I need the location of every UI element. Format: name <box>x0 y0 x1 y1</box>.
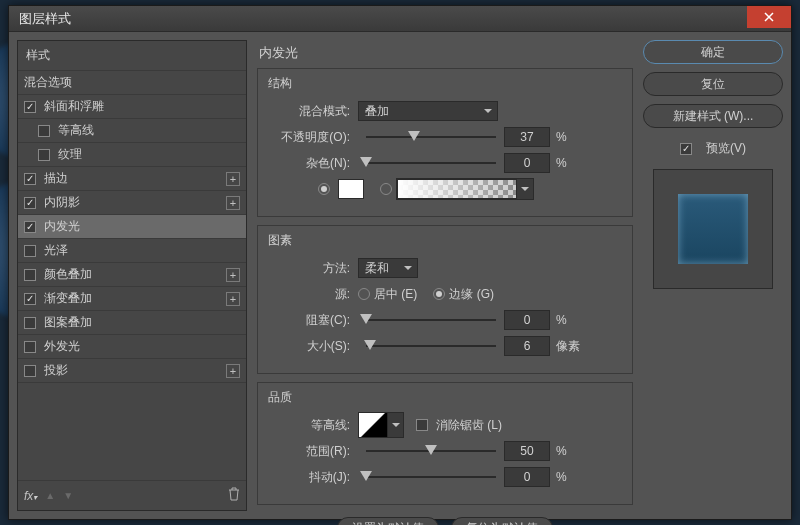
style-checkbox[interactable] <box>24 341 36 353</box>
quality-title: 品质 <box>268 389 622 406</box>
chevron-down-icon <box>388 412 404 438</box>
preview-swatch <box>678 194 748 264</box>
choke-input[interactable]: 0 <box>504 310 550 330</box>
style-checkbox[interactable] <box>24 293 36 305</box>
blending-options-item[interactable]: 混合选项 <box>18 71 246 95</box>
window-title: 图层样式 <box>19 10 71 28</box>
add-effect-button[interactable]: + <box>226 196 240 210</box>
style-item-label: 等高线 <box>58 122 94 139</box>
choke-slider[interactable] <box>366 312 496 328</box>
style-checkbox[interactable] <box>24 245 36 257</box>
style-item-6[interactable]: 光泽 <box>18 239 246 263</box>
style-item-label: 外发光 <box>44 338 80 355</box>
opacity-input[interactable]: 37 <box>504 127 550 147</box>
color-swatch[interactable] <box>338 179 364 199</box>
source-center-radio[interactable] <box>358 288 370 300</box>
gradient-radio[interactable] <box>380 183 392 195</box>
jitter-label: 抖动(J): <box>268 469 358 486</box>
style-checkbox[interactable] <box>38 125 50 137</box>
style-item-0[interactable]: 斜面和浮雕 <box>18 95 246 119</box>
sidebar-footer: fx▾ ▲ ▼ <box>18 480 246 510</box>
sidebar-header: 样式 <box>18 41 246 71</box>
style-checkbox[interactable] <box>24 365 36 377</box>
make-default-button[interactable]: 设置为默认值 <box>337 517 439 525</box>
close-button[interactable] <box>747 6 791 28</box>
noise-input[interactable]: 0 <box>504 153 550 173</box>
source-center-label: 居中 (E) <box>374 286 417 303</box>
noise-label: 杂色(N): <box>268 155 358 172</box>
elements-title: 图素 <box>268 232 622 249</box>
ok-button[interactable]: 确定 <box>643 40 783 64</box>
style-item-10[interactable]: 外发光 <box>18 335 246 359</box>
cancel-button[interactable]: 复位 <box>643 72 783 96</box>
move-up-icon[interactable]: ▲ <box>45 490 55 501</box>
range-slider[interactable] <box>366 443 496 459</box>
technique-select[interactable]: 柔和 <box>358 258 418 278</box>
move-down-icon[interactable]: ▼ <box>63 490 73 501</box>
blending-options-label: 混合选项 <box>24 74 72 91</box>
color-radio[interactable] <box>318 183 330 195</box>
add-effect-button[interactable]: + <box>226 268 240 282</box>
source-edge-label: 边缘 (G) <box>449 286 494 303</box>
preview-box <box>653 169 773 289</box>
add-effect-button[interactable]: + <box>226 364 240 378</box>
style-item-label: 纹理 <box>58 146 82 163</box>
style-checkbox[interactable] <box>24 173 36 185</box>
style-item-label: 颜色叠加 <box>44 266 92 283</box>
close-icon <box>764 12 774 22</box>
size-slider[interactable] <box>366 338 496 354</box>
choke-label: 阻塞(C): <box>268 312 358 329</box>
settings-panel: 内发光 结构 混合模式: 叠加 不透明度(O): 37 % 杂色(N): 0 <box>257 40 633 511</box>
range-input[interactable]: 50 <box>504 441 550 461</box>
reset-default-button[interactable]: 复位为默认值 <box>451 517 553 525</box>
panel-title: 内发光 <box>257 40 633 68</box>
style-item-4[interactable]: 内阴影+ <box>18 191 246 215</box>
titlebar[interactable]: 图层样式 <box>9 6 791 32</box>
style-checkbox[interactable] <box>24 101 36 113</box>
add-effect-button[interactable]: + <box>226 172 240 186</box>
style-checkbox[interactable] <box>38 149 50 161</box>
source-label: 源: <box>268 286 358 303</box>
style-checkbox[interactable] <box>24 221 36 233</box>
style-checkbox[interactable] <box>24 317 36 329</box>
style-item-1[interactable]: 等高线 <box>18 119 246 143</box>
style-item-8[interactable]: 渐变叠加+ <box>18 287 246 311</box>
new-style-button[interactable]: 新建样式 (W)... <box>643 104 783 128</box>
style-item-7[interactable]: 颜色叠加+ <box>18 263 246 287</box>
style-item-9[interactable]: 图案叠加 <box>18 311 246 335</box>
quality-group: 品质 等高线: 消除锯齿 (L) 范围(R): 50 % <box>257 382 633 505</box>
contour-picker[interactable] <box>358 412 404 438</box>
styles-sidebar: 样式 混合选项 斜面和浮雕等高线纹理描边+内阴影+内发光光泽颜色叠加+渐变叠加+… <box>17 40 247 511</box>
style-item-11[interactable]: 投影+ <box>18 359 246 383</box>
source-edge-radio[interactable] <box>433 288 445 300</box>
gradient-swatch <box>397 179 517 199</box>
chevron-down-icon <box>517 179 533 199</box>
blend-mode-label: 混合模式: <box>268 103 358 120</box>
elements-group: 图素 方法: 柔和 源: 居中 (E) 边缘 (G) 阻塞(C): 0 % <box>257 225 633 374</box>
blend-mode-select[interactable]: 叠加 <box>358 101 498 121</box>
add-effect-button[interactable]: + <box>226 292 240 306</box>
technique-label: 方法: <box>268 260 358 277</box>
contour-label: 等高线: <box>268 417 358 434</box>
size-input[interactable]: 6 <box>504 336 550 356</box>
style-checkbox[interactable] <box>24 269 36 281</box>
style-item-label: 描边 <box>44 170 68 187</box>
style-item-3[interactable]: 描边+ <box>18 167 246 191</box>
antialias-checkbox[interactable] <box>416 419 428 431</box>
fx-icon[interactable]: fx▾ <box>24 489 37 503</box>
style-item-label: 内阴影 <box>44 194 80 211</box>
style-item-2[interactable]: 纹理 <box>18 143 246 167</box>
range-label: 范围(R): <box>268 443 358 460</box>
style-item-5[interactable]: 内发光 <box>18 215 246 239</box>
noise-slider[interactable] <box>366 155 496 171</box>
jitter-input[interactable]: 0 <box>504 467 550 487</box>
style-item-label: 图案叠加 <box>44 314 92 331</box>
jitter-slider[interactable] <box>366 469 496 485</box>
structure-group: 结构 混合模式: 叠加 不透明度(O): 37 % 杂色(N): 0 % <box>257 68 633 217</box>
style-item-label: 斜面和浮雕 <box>44 98 104 115</box>
style-checkbox[interactable] <box>24 197 36 209</box>
trash-icon[interactable] <box>228 487 240 504</box>
opacity-slider[interactable] <box>366 129 496 145</box>
gradient-picker[interactable] <box>396 178 534 200</box>
preview-checkbox[interactable] <box>680 143 692 155</box>
